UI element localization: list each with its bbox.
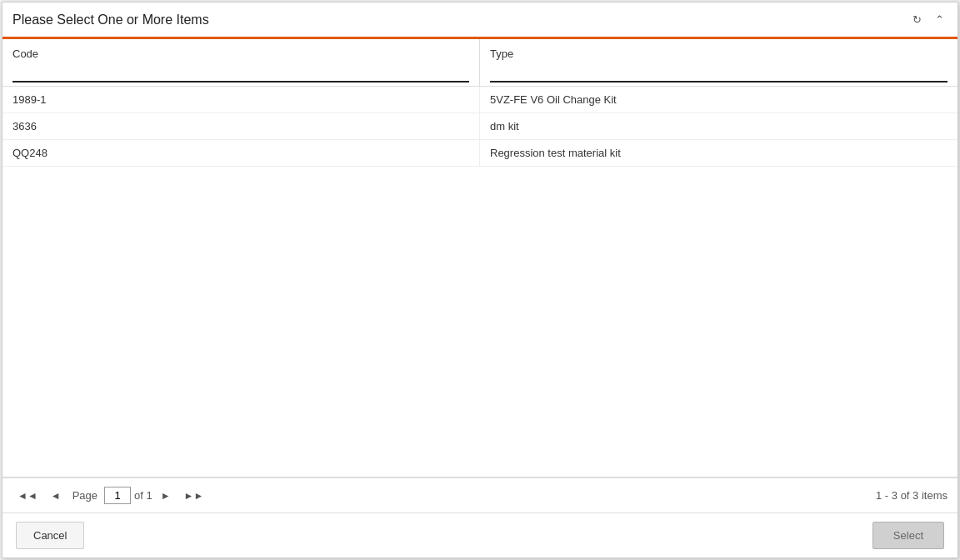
cell-type: Regression test material kit [480, 140, 958, 166]
collapse-icon: ⌃ [935, 13, 944, 26]
cell-type: dm kit [480, 113, 958, 139]
table-row[interactable]: 1989-1 5VZ-FE V6 Oil Change Kit [2, 87, 958, 113]
header-icons: ↻ ⌃ [909, 12, 948, 28]
cell-type: 5VZ-FE V6 Oil Change Kit [480, 87, 958, 112]
table-row[interactable]: QQ248 Regression test material kit [2, 140, 958, 167]
code-column-label: Code [12, 48, 469, 60]
pagination-bar: ◄◄ ◄ Page of 1 ► ►► 1 - 3 of 3 items [2, 478, 958, 512]
dialog-footer: Cancel Select [2, 512, 958, 558]
cell-code: 1989-1 [2, 87, 480, 112]
code-filter-input[interactable] [12, 65, 469, 82]
page-number-input[interactable] [104, 487, 131, 504]
type-filter-input[interactable] [490, 65, 948, 82]
refresh-icon: ↻ [912, 13, 922, 26]
cell-code: 3636 [2, 113, 480, 139]
next-page-button[interactable]: ► [156, 488, 176, 504]
dialog-body: Code Type 1989-1 5VZ-FE V6 Oil Change Ki… [2, 39, 958, 512]
cell-code: QQ248 [2, 140, 480, 166]
dialog-title: Please Select One or More Items [12, 12, 209, 28]
page-label: Page [72, 489, 98, 502]
refresh-button[interactable]: ↻ [909, 12, 925, 28]
select-button[interactable]: Select [872, 522, 944, 549]
collapse-button[interactable]: ⌃ [932, 12, 948, 28]
first-page-button[interactable]: ◄◄ [12, 488, 42, 504]
last-page-button[interactable]: ►► [179, 488, 209, 504]
of-label: of 1 [134, 489, 152, 502]
dialog-header: Please Select One or More Items ↻ ⌃ [2, 2, 958, 39]
pagination-left: ◄◄ ◄ Page of 1 ► ►► [12, 487, 208, 504]
type-column-header: Type [480, 39, 958, 86]
pagination-summary: 1 - 3 of 3 items [876, 489, 948, 502]
table-container: Code Type 1989-1 5VZ-FE V6 Oil Change Ki… [2, 39, 958, 478]
prev-page-button[interactable]: ◄ [46, 488, 66, 504]
table-row[interactable]: 3636 dm kit [2, 113, 958, 140]
table-body[interactable]: 1989-1 5VZ-FE V6 Oil Change Kit 3636 dm … [2, 87, 958, 477]
dialog: Please Select One or More Items ↻ ⌃ Code… [2, 2, 958, 558]
type-column-label: Type [490, 48, 948, 60]
table-header-row: Code Type [2, 39, 958, 87]
cancel-button[interactable]: Cancel [16, 522, 84, 549]
code-column-header: Code [2, 39, 480, 86]
